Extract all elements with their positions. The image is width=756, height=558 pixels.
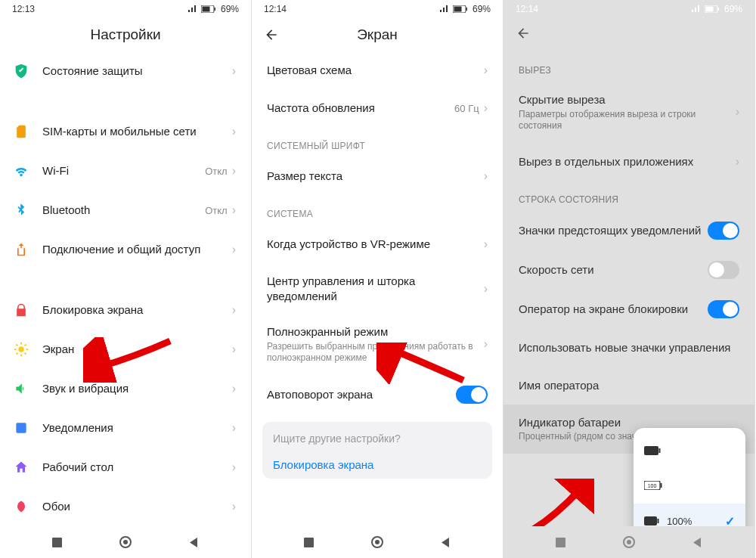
item-network-speed[interactable]: Скорость сети — [503, 250, 754, 290]
android-nav — [503, 526, 754, 558]
item-security-status[interactable]: Состояние защиты › — [0, 51, 251, 91]
chevron-icon: › — [232, 421, 236, 435]
nav-recents[interactable] — [300, 534, 317, 550]
svg-rect-31 — [658, 519, 659, 523]
battery-indicator-popup: 100 100% ✓ — [634, 428, 745, 526]
nav-home[interactable] — [117, 534, 134, 550]
battery-percent: 69% — [221, 4, 239, 14]
item-refresh-rate[interactable]: Частота обновления 60 Гц › — [252, 89, 503, 127]
check-icon: ✓ — [725, 514, 735, 526]
item-display[interactable]: Экран › — [0, 330, 251, 369]
wifi-icon — [12, 162, 30, 180]
item-wifi[interactable]: Wi-Fi Откл › — [0, 151, 251, 191]
chevron-icon: › — [736, 155, 739, 169]
item-value: 60 Гц — [454, 103, 479, 114]
status-time: 12:13 — [12, 4, 35, 14]
item-carrier-name[interactable]: Имя оператора — [503, 367, 754, 405]
nav-back[interactable] — [689, 534, 706, 550]
item-color-scheme[interactable]: Цветовая схема › — [252, 51, 503, 89]
chevron-icon: › — [232, 343, 236, 356]
back-button[interactable] — [516, 26, 531, 44]
navbar — [503, 18, 754, 51]
chevron-icon: › — [484, 169, 488, 183]
item-notifications[interactable]: Уведомления › — [0, 408, 251, 448]
popup-option-beside[interactable]: 100% ✓ — [634, 504, 745, 526]
nav-back[interactable] — [438, 534, 454, 550]
item-label: Блокировка экрана — [42, 302, 232, 318]
item-label: Частота обновления — [267, 101, 454, 116]
item-bluetooth[interactable]: Bluetooth Откл › — [0, 191, 251, 230]
back-button[interactable] — [264, 27, 279, 42]
wallpaper-icon — [12, 498, 30, 516]
statusbar-list: ВЫРЕЗ Скрытие выреза Параметры отображен… — [503, 51, 754, 526]
svg-rect-26 — [659, 448, 661, 453]
svg-rect-13 — [52, 538, 62, 547]
chevron-icon: › — [232, 203, 236, 217]
item-auto-rotate[interactable]: Автоповорот экрана — [252, 375, 503, 414]
item-label: Центр управления и шторка уведомлений — [267, 274, 484, 303]
chevron-icon: › — [232, 303, 236, 317]
item-sim[interactable]: SIM-карты и мобильные сети › — [0, 112, 251, 151]
item-label: Экран — [42, 342, 232, 357]
search-prompt: Ищите другие настройки? — [273, 432, 482, 445]
item-vr-mode[interactable]: Когда устройство в VR-режиме › — [252, 225, 503, 263]
bluetooth-icon — [12, 201, 30, 219]
item-label: Состояние защиты — [42, 64, 232, 79]
item-label: Цветовая схема — [267, 63, 484, 78]
status-right: 69% — [691, 4, 742, 14]
chevron-icon: › — [232, 243, 236, 256]
toggle-network-speed[interactable] — [708, 261, 739, 279]
display-screen: 12:14 69% Экран Цветовая схема › Частота… — [252, 0, 503, 558]
page-title: Экран — [357, 26, 398, 43]
item-label: Скорость сети — [519, 262, 708, 277]
item-wallpaper[interactable]: Обои › — [0, 487, 251, 526]
item-connection-share[interactable]: Подключение и общий доступ › — [0, 230, 251, 269]
item-label: Скрытие выреза — [519, 92, 736, 107]
svg-rect-2 — [214, 8, 215, 11]
page-title: Настройки — [90, 26, 160, 43]
nav-home[interactable] — [369, 534, 386, 550]
svg-rect-17 — [454, 7, 461, 12]
item-label: Рабочий стол — [42, 460, 232, 475]
popup-option-inside[interactable]: 100 — [634, 469, 745, 504]
search-link-lockscreen[interactable]: Блокировка экрана — [273, 454, 482, 476]
sim-icon — [12, 122, 30, 141]
svg-rect-25 — [644, 446, 658, 455]
popup-option-graphic[interactable] — [634, 434, 745, 469]
svg-line-10 — [16, 353, 17, 355]
svg-rect-19 — [304, 538, 314, 547]
item-text-size[interactable]: Размер текста › — [252, 157, 503, 195]
item-new-control-icons[interactable]: Использовать новые значки управления — [503, 329, 754, 367]
item-control-center[interactable]: Центр управления и шторка уведомлений › — [252, 263, 503, 314]
svg-rect-23 — [705, 7, 713, 12]
item-carrier-lockscreen[interactable]: Оператор на экране блокировки — [503, 290, 754, 329]
item-cutout-apps[interactable]: Вырез в отдельных приложениях › — [503, 143, 754, 181]
item-label: Вырез в отдельных приложениях — [519, 154, 736, 169]
section-system: СИСТЕМА — [252, 195, 503, 225]
nav-recents[interactable] — [48, 534, 65, 550]
item-notif-icons[interactable]: Значки предстоящих уведомлений — [503, 211, 754, 250]
status-right: 69% — [439, 4, 491, 14]
signal-icon — [439, 5, 450, 13]
toggle-carrier-lockscreen[interactable] — [708, 300, 739, 318]
nav-recents[interactable] — [552, 534, 569, 550]
svg-point-21 — [375, 540, 380, 544]
item-sound[interactable]: Звук и вибрация › — [0, 369, 251, 408]
toggle-auto-rotate[interactable] — [456, 386, 488, 404]
navbar: Настройки — [0, 18, 251, 51]
toggle-notif-icons[interactable] — [708, 222, 739, 240]
item-fullscreen-mode[interactable]: Полноэкранный режим Разрешить выбранным … — [252, 314, 503, 375]
svg-rect-28 — [661, 483, 662, 488]
display-list: Цветовая схема › Частота обновления 60 Г… — [252, 51, 503, 526]
section-cutout: ВЫРЕЗ — [503, 51, 754, 82]
item-label: Подключение и общий доступ — [42, 242, 232, 257]
item-home[interactable]: Рабочий стол › — [0, 448, 251, 487]
shield-icon — [12, 62, 30, 80]
item-label: Bluetooth — [42, 203, 205, 218]
item-lockscreen[interactable]: Блокировка экрана › — [0, 290, 251, 330]
signal-icon — [187, 5, 198, 13]
nav-home[interactable] — [621, 534, 637, 550]
status-right: 69% — [187, 4, 239, 14]
item-hide-cutout[interactable]: Скрытие выреза Параметры отображения выр… — [503, 82, 754, 143]
nav-back[interactable] — [186, 534, 203, 550]
